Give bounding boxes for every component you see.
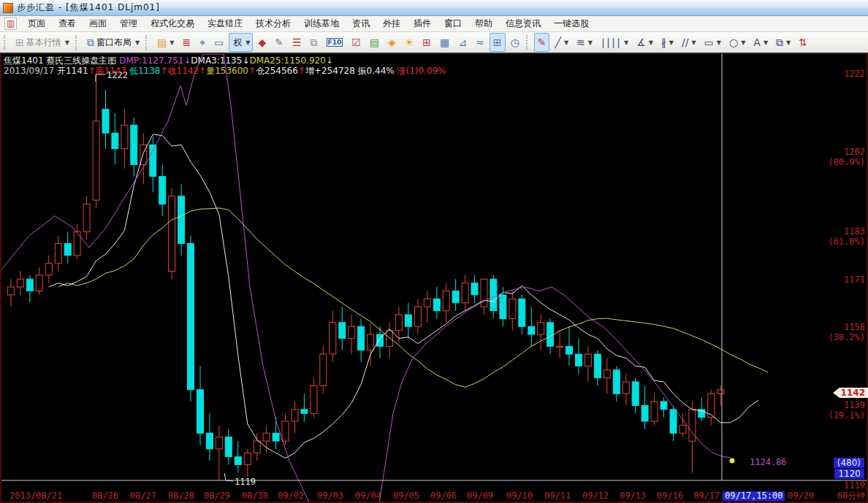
- menu-item-7[interactable]: 技术分析: [249, 15, 297, 32]
- price-axis-label: (61.8%): [828, 237, 865, 247]
- copy-tool-button[interactable]: ⧉▼: [772, 33, 793, 52]
- menu-item-10[interactable]: 外挂: [376, 15, 407, 32]
- app-icon: [3, 3, 13, 13]
- dropdown-arrow-icon: ▼: [717, 39, 721, 46]
- new-chart-window-button[interactable]: ⊞: [490, 33, 506, 52]
- quote-seg-5: ↑: [161, 66, 168, 76]
- quote-seg-14: 涨(1)0.09%: [397, 66, 446, 76]
- gann-fan-icon: ∡: [636, 37, 646, 47]
- data-table-button[interactable]: ▦: [436, 33, 453, 52]
- dropdown-arrow-icon: ▼: [170, 39, 174, 46]
- menu-item-12[interactable]: 窗口: [438, 15, 468, 32]
- quote-seg-4: 低1138: [129, 66, 161, 76]
- dropdown-arrow-icon: ▼: [786, 39, 791, 46]
- menu-item-9[interactable]: 资讯: [346, 15, 376, 32]
- rights-adjust-button[interactable]: 权▼: [229, 33, 253, 52]
- date-tick-label: 09/13: [620, 491, 646, 501]
- menu-item-11[interactable]: 插件: [407, 15, 438, 32]
- menu-item-4[interactable]: 管理: [113, 15, 144, 32]
- window-layout-button[interactable]: ⧉窗口布局▼: [83, 33, 142, 52]
- basic-quotes-button[interactable]: ⊞基本行情▼: [12, 33, 72, 52]
- history-chart-button[interactable]: ◷: [507, 33, 523, 52]
- channel-lines-icon: ∦: [661, 37, 666, 47]
- menu-item-8[interactable]: 训练基地: [297, 15, 346, 32]
- date-tick-label: 08/26: [92, 491, 118, 501]
- quote-list-button[interactable]: ☰: [289, 33, 305, 52]
- text-tool-button[interactable]: A▼: [750, 33, 771, 52]
- price-axis-label: (19.1%): [828, 411, 865, 421]
- menu-item-6[interactable]: 实盘猎庄: [201, 15, 249, 32]
- trading-app-window: 12221119 焦煤1401 蔡氏三线操盘主图 DMP:1127.751↓DM…: [0, 0, 868, 503]
- rights-adjust-button-label: 权: [233, 37, 242, 49]
- channel-tool-button[interactable]: ∦▼: [658, 33, 677, 52]
- multi-panel-button[interactable]: ⊞: [419, 33, 435, 52]
- vertical-lines-icon: ∣∣∣∣: [601, 37, 621, 47]
- indicator-seg-1: DMP:1127.751↓: [119, 55, 191, 66]
- report-doc-button[interactable]: ▤: [366, 33, 383, 52]
- note-line-tool-button[interactable]: ≋▼: [573, 33, 595, 52]
- move-view-button[interactable]: ⌖: [196, 33, 209, 52]
- text-a-icon: A: [753, 37, 761, 47]
- vertical-lines-tool-button[interactable]: ∣∣∣∣▼: [597, 33, 631, 52]
- alert-button[interactable]: ◈: [384, 33, 400, 52]
- indicator-rows-button[interactable]: ≣: [178, 33, 194, 52]
- measure-button[interactable]: ▭: [210, 33, 227, 52]
- warning-diamond-icon: ◈: [388, 37, 396, 47]
- quote-seg-0: 2013/09/17: [4, 66, 57, 76]
- menu-item-1[interactable]: 页面: [21, 15, 52, 32]
- layers-button[interactable]: ⧉: [307, 33, 321, 52]
- menu-item-13[interactable]: 帮助: [468, 15, 499, 32]
- mini-chart-button[interactable]: ⊿: [454, 33, 471, 52]
- pie-chart-button[interactable]: ◆: [254, 33, 270, 52]
- panels-icon: ⊞: [422, 37, 431, 47]
- window-grid-icon: ⊞: [15, 37, 24, 47]
- draw-mode-button[interactable]: ✎: [534, 33, 550, 52]
- date-tick-label: 08/30: [242, 491, 268, 501]
- mini-chart2-button[interactable]: ≈: [472, 33, 488, 52]
- price-axis-blue-badge: 1120: [834, 469, 864, 479]
- ellipse-tool-button[interactable]: ○▼: [726, 33, 748, 52]
- window-layout-button-label: 窗口布局: [96, 37, 132, 49]
- menubar: ▥ 页面查看画面管理程式化交易实盘猎庄技术分析训练基地资讯外挂插件窗口帮助信息资…: [0, 16, 868, 32]
- date-tick-label: 09/12: [582, 491, 609, 501]
- menu-item-3[interactable]: 画面: [83, 15, 113, 32]
- flag-line-icon: ≋: [576, 37, 585, 47]
- mdi-chart-icon[interactable]: ▥: [4, 18, 17, 30]
- chart-clock-icon: ◷: [511, 37, 519, 47]
- date-tick-label: 2013/08/21: [9, 491, 62, 501]
- titlebar: 步步汇盈 - [焦煤1401 DLjm01]: [0, 0, 868, 16]
- draw-chart-icon: ✎: [538, 37, 547, 47]
- ruler-icon: ▭: [214, 37, 224, 47]
- last-price-tag: 1142: [840, 388, 868, 398]
- sort-arrows-button[interactable]: ⇅: [795, 33, 811, 52]
- low-annotation-line: [224, 473, 233, 481]
- trendline-tool-button[interactable]: ╱▼: [551, 33, 571, 52]
- parallel-hatch-icon: //: [682, 37, 688, 47]
- date-tick-label: 09/06: [430, 491, 457, 501]
- quote-seg-6: 收1142: [168, 66, 199, 76]
- circle-icon: ○: [729, 37, 738, 47]
- menu-item-15[interactable]: 一键选股: [547, 15, 595, 32]
- menu-item-2[interactable]: 查看: [52, 15, 83, 32]
- chart-confirm-button[interactable]: ☑: [348, 33, 365, 52]
- red-rows-icon: ≣: [182, 37, 191, 47]
- price-axis-label: 1139: [844, 401, 865, 410]
- cursor-datetime-badge: 09/17,15:00: [723, 491, 785, 501]
- fan-lines-tool-button[interactable]: ∡▼: [633, 33, 656, 52]
- f10-info-button[interactable]: F10: [323, 33, 347, 52]
- date-tick-label: 09/09: [467, 491, 493, 501]
- rectangle-tool-button[interactable]: ▭▼: [701, 33, 724, 52]
- price-axis-label: (80.9%): [828, 158, 865, 167]
- toolbar: ⊞基本行情▼⧉窗口布局▼▤▼≣⌖▭权▼◆✎☰⧉F10☑▤◈☀⊞▦⊿≈⊞◷✎╱▼≋…: [0, 32, 868, 54]
- menu-item-14[interactable]: 信息资讯: [499, 15, 547, 32]
- chart-plus-icon: ⊞: [493, 37, 502, 47]
- pencil-slash-icon: ✎: [275, 37, 283, 47]
- erase-draw-button[interactable]: ✎: [271, 33, 287, 52]
- menu-item-5[interactable]: 程式化交易: [144, 15, 201, 32]
- price-axis-label: 1119: [844, 481, 865, 491]
- toolbar-grip: [145, 35, 151, 50]
- hatch-tool-button[interactable]: //▼: [678, 33, 699, 52]
- dropdown-arrow-icon: ▼: [245, 39, 250, 46]
- settings-button[interactable]: ☀: [401, 33, 418, 52]
- open-file-button[interactable]: ▤▼: [153, 33, 177, 52]
